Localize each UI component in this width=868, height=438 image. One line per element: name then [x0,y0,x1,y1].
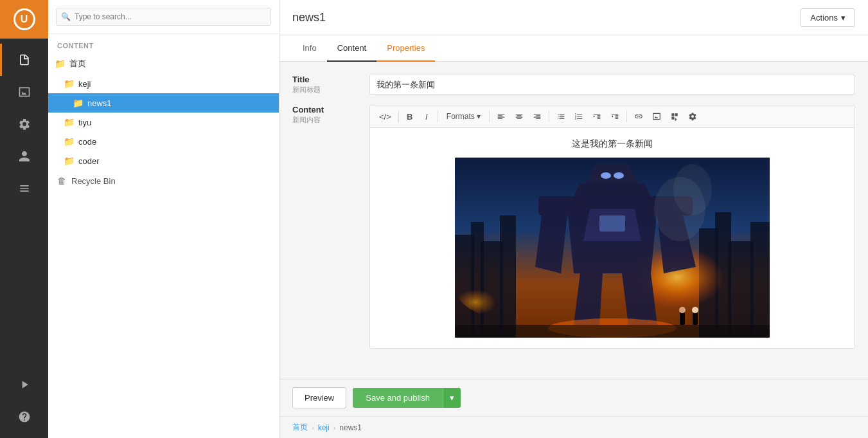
search-icon: 🔍 [61,12,71,21]
folder-icon: 📁 [55,59,66,69]
ul-btn[interactable] [553,109,569,124]
tree-item-label: coder [78,156,100,166]
toolbar-divider-3 [489,111,490,122]
user-icon [18,150,31,163]
content-sublabel: 新闻内容 [292,116,321,123]
title-input[interactable] [369,75,855,95]
content-label-col: Content 新闻内容 [292,105,369,125]
recycle-bin-icon: 🗑 [57,176,66,186]
folder-icon: 📁 [73,98,84,108]
sidebar-icon-document[interactable] [0,44,48,76]
tree-items: 📁 首页 📁 keji 📁 news1 📁 tiyu 📁 code 📁 code… [48,53,279,438]
sidebar-icon-image[interactable] [0,76,48,108]
list-icon [18,182,31,195]
svg-point-15 [601,172,611,179]
preview-button[interactable]: Preview [292,387,346,408]
svg-point-28 [679,307,686,313]
media-btn[interactable] [666,109,683,124]
svg-rect-8 [750,222,770,338]
tree-item-label: tiyu [78,118,91,127]
content-form: Title 新闻标题 Content 新闻内容 </> B [279,62,868,379]
sidebar-icon-user[interactable] [0,140,48,172]
tree-item-label: code [78,137,96,147]
main-header: news1 Actions ▾ [279,0,868,35]
tree-item-tiyu[interactable]: 📁 tiyu [48,113,279,132]
section-label: CONTENT [48,34,279,53]
indent-btn[interactable] [589,109,605,124]
save-publish-button[interactable]: Save and publish [353,388,443,408]
tree-item-code[interactable]: 📁 code [48,132,279,151]
svg-point-16 [614,172,624,179]
outdent-btn[interactable] [607,109,623,124]
gear-icon [18,118,31,131]
sidebar-icon-settings[interactable] [0,108,48,140]
title-label-col: Title 新闻标题 [292,75,369,95]
svg-rect-27 [693,312,698,325]
recycle-bin-label: Recycle Bin [71,176,116,186]
document-icon [18,53,31,66]
tab-content[interactable]: Content [327,35,377,62]
help-icon [18,410,31,423]
editor-toolbar: </> B I Formats ▾ [370,105,855,128]
sidebar-icon-help[interactable] [0,401,48,433]
italic-btn[interactable]: I [419,109,434,124]
title-sublabel: 新闻标题 [292,86,321,93]
title-label: Title [292,75,369,84]
editor-wrapper: </> B I Formats ▾ [369,105,855,349]
content-label: Content [292,105,369,114]
editor-body[interactable]: 这是我的第一条新闻 [370,128,855,348]
svg-rect-26 [680,312,685,325]
toolbar-divider-5 [626,111,627,122]
formats-btn[interactable]: Formats ▾ [441,109,486,124]
breadcrumb: 首页 › keji › news1 [279,416,868,438]
sidebar-icon-list[interactable] [0,172,48,205]
dropdown-chevron-icon: ▾ [841,13,846,23]
ol-btn[interactable] [571,109,587,124]
breadcrumb-keji[interactable]: keji [318,423,330,432]
tree-item-news1[interactable]: 📁 news1 [48,93,279,113]
align-left-btn[interactable] [493,109,509,124]
image-icon [18,86,31,98]
search-input[interactable] [56,8,271,26]
folder-icon: 📁 [64,117,75,127]
tree-item-label: news1 [87,98,112,108]
content-field-group: Content 新闻内容 </> B I Formats ▾ [292,105,855,349]
align-center-btn[interactable] [511,109,527,124]
svg-rect-7 [728,241,754,338]
tree-item-keji[interactable]: 📁 keji [48,74,279,93]
breadcrumb-news1: news1 [339,423,362,432]
editor-content-text: 这是我的第一条新闻 [380,138,844,150]
tree-item-shouye[interactable]: 📁 首页 [48,53,279,74]
recycle-bin-item[interactable]: 🗑 Recycle Bin [48,170,279,191]
tab-info[interactable]: Info [292,35,327,62]
tabs-bar: Info Content Properties [279,35,868,62]
save-publish-dropdown-icon: ▾ [450,393,454,403]
page-title: news1 [292,11,326,24]
tree-sidebar: 🔍 CONTENT 📁 首页 📁 keji 📁 news1 📁 tiyu 📁 c… [48,0,279,438]
footer-bar: Preview Save and publish ▾ [279,379,868,416]
breadcrumb-sep-2: › [333,424,336,432]
svg-rect-13 [599,215,625,232]
tab-properties[interactable]: Properties [376,35,435,62]
svg-rect-17 [538,196,583,215]
main-content: news1 Actions ▾ Info Content Properties … [279,0,868,438]
tree-item-coder[interactable]: 📁 coder [48,151,279,170]
svg-point-29 [692,307,698,313]
save-publish-group: Save and publish ▾ [353,388,461,408]
insert-image-btn[interactable] [648,109,665,124]
folder-icon: 📁 [64,156,75,166]
sidebar-icon-deploy[interactable] [0,369,48,401]
embed-btn[interactable] [684,109,701,124]
search-area: 🔍 [48,0,279,34]
actions-button[interactable]: Actions ▾ [801,8,855,27]
breadcrumb-home[interactable]: 首页 [292,422,308,433]
link-btn[interactable] [630,109,647,124]
logo[interactable]: U [0,0,48,39]
align-right-btn[interactable] [529,109,545,124]
bold-btn[interactable]: B [402,109,418,124]
code-btn[interactable]: </> [375,109,395,124]
editor-image [455,158,770,338]
svg-point-25 [673,164,712,215]
save-publish-dropdown-button[interactable]: ▾ [443,388,461,408]
breadcrumb-sep-1: › [312,424,314,432]
